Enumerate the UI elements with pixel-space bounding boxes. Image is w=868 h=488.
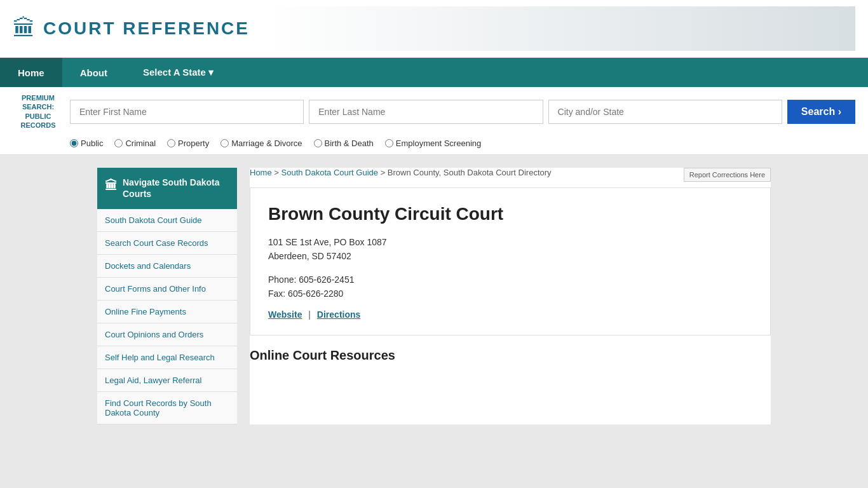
logo-area: 🏛 COURT REFERENCE: [13, 15, 250, 42]
main-content: 🏛 Navigate South Dakota Courts South Dak…: [85, 168, 783, 424]
first-name-input[interactable]: [70, 100, 304, 124]
sidebar-link-self-help[interactable]: Self Help and Legal Research: [97, 346, 237, 369]
sidebar-link-county-records[interactable]: Find Court Records by South Dakota Count…: [97, 392, 237, 424]
court-address-line1: 101 SE 1st Ave, PO Box 1087: [268, 237, 387, 247]
court-fax-number: Fax: 605-626-2280: [268, 288, 343, 299]
court-card: Brown County Circuit Court 101 SE 1st Av…: [250, 187, 771, 336]
sidebar-header-icon: 🏛: [105, 177, 118, 194]
logo-text: COURT REFERENCE: [43, 18, 250, 39]
court-directions-link[interactable]: Directions: [317, 309, 360, 320]
court-phone-number: Phone: 605-626-2451: [268, 274, 354, 285]
court-address-line2: Aberdeen, SD 57402: [268, 251, 351, 261]
sidebar-header-text: Navigate South Dakota Courts: [123, 177, 229, 200]
report-corrections-button[interactable]: Report Corrections Here: [684, 168, 771, 182]
online-resources-title: Online Court Resources: [250, 348, 771, 369]
breadcrumb-sep2: >: [381, 168, 388, 177]
sidebar: 🏛 Navigate South Dakota Courts South Dak…: [97, 168, 237, 424]
sidebar-link-legal-aid[interactable]: Legal Aid, Lawyer Referral: [97, 369, 237, 392]
sidebar-link-court-guide[interactable]: South Dakota Court Guide: [97, 209, 237, 232]
court-links: Website | Directions: [268, 309, 752, 320]
court-links-separator: |: [308, 309, 311, 320]
court-phone: Phone: 605-626-2451 Fax: 605-626-2280: [268, 273, 752, 301]
breadcrumb-sep1: >: [274, 168, 281, 177]
search-button[interactable]: Search ›: [787, 100, 855, 124]
court-title: Brown County Circuit Court: [268, 203, 752, 225]
premium-label: PREMIUM SEARCH: PUBLIC RECORDS: [13, 93, 64, 130]
search-inputs: Search ›: [70, 100, 855, 124]
nav-home[interactable]: Home: [0, 58, 62, 87]
nav-select-state[interactable]: Select A State ▾: [125, 58, 231, 87]
radio-marriage-divorce[interactable]: Marriage & Divorce: [220, 139, 302, 148]
breadcrumb-home[interactable]: Home: [250, 168, 272, 177]
radio-birth-death[interactable]: Birth & Death: [314, 139, 374, 148]
header-background: [262, 6, 855, 51]
sidebar-link-opinions[interactable]: Court Opinions and Orders: [97, 323, 237, 346]
breadcrumb-state-guide[interactable]: South Dakota Court Guide: [281, 168, 378, 177]
sidebar-header: 🏛 Navigate South Dakota Courts: [97, 168, 237, 208]
court-website-link[interactable]: Website: [268, 309, 302, 320]
logo-icon: 🏛: [13, 15, 36, 42]
online-resources-section: Online Court Resources: [250, 348, 771, 369]
navigation-bar: Home About Select A State ▾: [0, 58, 868, 87]
sidebar-link-court-forms[interactable]: Court Forms and Other Info: [97, 278, 237, 301]
content-area: Report Corrections Here Home > South Dak…: [250, 168, 771, 424]
radio-employment[interactable]: Employment Screening: [385, 139, 481, 148]
city-input[interactable]: [548, 100, 782, 124]
sidebar-link-fine-payments[interactable]: Online Fine Payments: [97, 301, 237, 323]
radio-property[interactable]: Property: [167, 139, 209, 148]
court-address: 101 SE 1st Ave, PO Box 1087 Aberdeen, SD…: [268, 235, 752, 264]
site-header: 🏛 COURT REFERENCE: [0, 0, 868, 58]
search-type-radio-group: Public Criminal Property Marriage & Divo…: [70, 139, 855, 148]
sidebar-link-case-records[interactable]: Search Court Case Records: [97, 232, 237, 255]
radio-criminal[interactable]: Criminal: [114, 139, 156, 148]
nav-about[interactable]: About: [62, 58, 125, 87]
sidebar-link-dockets[interactable]: Dockets and Calendars: [97, 255, 237, 278]
last-name-input[interactable]: [309, 100, 543, 124]
breadcrumb-row: Report Corrections Here Home > South Dak…: [250, 168, 771, 187]
breadcrumb-current: Brown County, South Dakota Court Directo…: [388, 168, 552, 177]
search-bar: PREMIUM SEARCH: PUBLIC RECORDS Search › …: [0, 87, 868, 155]
radio-public[interactable]: Public: [70, 139, 103, 148]
